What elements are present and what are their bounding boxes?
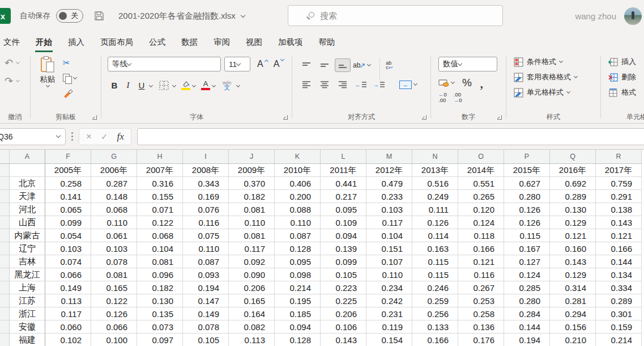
value-cell[interactable]: 0.104 bbox=[137, 242, 183, 255]
chevron-down-icon[interactable] bbox=[236, 83, 240, 87]
value-cell[interactable]: 0.185 bbox=[275, 307, 321, 320]
value-cell[interactable]: 0.370 bbox=[229, 177, 275, 190]
tab-数据[interactable]: 数据 bbox=[173, 32, 206, 52]
value-cell[interactable]: 0.194 bbox=[183, 281, 229, 294]
row-header[interactable] bbox=[0, 255, 10, 268]
tab-页面布局[interactable]: 页面布局 bbox=[92, 32, 141, 52]
value-cell[interactable]: 0.127 bbox=[504, 255, 550, 268]
row-header[interactable] bbox=[0, 334, 10, 346]
copy-button[interactable] bbox=[63, 73, 76, 83]
value-cell[interactable]: 0.099 bbox=[321, 255, 366, 268]
value-cell[interactable]: 0.095 bbox=[321, 203, 366, 216]
column-header-A[interactable]: A bbox=[10, 150, 45, 164]
row-header[interactable] bbox=[0, 320, 10, 334]
value-cell[interactable]: 0.160 bbox=[550, 242, 596, 255]
province-cell[interactable]: 黑龙江 bbox=[10, 268, 45, 281]
value-cell[interactable]: 0.147 bbox=[183, 294, 229, 307]
accounting-format-button[interactable] bbox=[438, 79, 454, 87]
value-cell[interactable]: 0.113 bbox=[45, 294, 91, 307]
value-cell[interactable]: 0.214 bbox=[596, 334, 642, 346]
number-format-combo[interactable]: 数值 bbox=[438, 57, 497, 71]
row-header[interactable] bbox=[0, 216, 10, 229]
value-cell[interactable]: 0.289 bbox=[550, 190, 596, 203]
value-cell[interactable]: 0.167 bbox=[504, 242, 550, 255]
chevron-down-icon[interactable] bbox=[212, 83, 216, 87]
formula-input[interactable] bbox=[137, 128, 644, 145]
value-cell[interactable]: 0.316 bbox=[137, 177, 183, 190]
value-cell[interactable]: 0.071 bbox=[137, 203, 183, 216]
name-box[interactable]: Q36 bbox=[0, 128, 66, 145]
value-cell[interactable]: 0.231 bbox=[366, 307, 412, 320]
value-cell[interactable]: 0.285 bbox=[504, 281, 550, 294]
row-header[interactable] bbox=[0, 164, 10, 177]
value-cell[interactable]: 0.119 bbox=[366, 320, 412, 334]
value-cell[interactable]: 0.074 bbox=[45, 255, 91, 268]
value-cell[interactable]: 0.166 bbox=[412, 334, 458, 346]
value-cell[interactable]: 0.092 bbox=[229, 255, 275, 268]
value-cell[interactable]: 0.294 bbox=[550, 307, 596, 320]
paste-button[interactable]: 粘贴 bbox=[32, 56, 63, 112]
chevron-down-icon[interactable] bbox=[149, 83, 153, 87]
year-cell[interactable]: 2017年 bbox=[596, 164, 642, 177]
value-cell[interactable]: 0.102 bbox=[45, 334, 91, 346]
value-cell[interactable]: 0.169 bbox=[183, 190, 229, 203]
value-cell[interactable]: 0.441 bbox=[321, 177, 366, 190]
value-cell[interactable]: 0.066 bbox=[91, 320, 137, 334]
value-cell[interactable]: 0.078 bbox=[91, 255, 137, 268]
column-header-H[interactable]: H bbox=[137, 150, 183, 164]
value-cell[interactable]: 0.225 bbox=[321, 294, 366, 307]
format-as-table-button[interactable]: 套用表格格式 bbox=[514, 71, 598, 83]
value-cell[interactable]: 0.081 bbox=[229, 203, 275, 216]
year-cell[interactable]: 2008年 bbox=[183, 164, 229, 177]
tab-加载项[interactable]: 加载项 bbox=[270, 32, 311, 52]
province-cell[interactable]: 安徽 bbox=[10, 320, 45, 334]
bottom-align-button[interactable] bbox=[335, 58, 351, 72]
value-cell[interactable]: 0.258 bbox=[45, 177, 91, 190]
tab-插入[interactable]: 插入 bbox=[60, 32, 92, 52]
excel-app-icon[interactable]: x bbox=[0, 8, 11, 24]
value-cell[interactable]: 0.103 bbox=[91, 242, 137, 255]
decrease-indent-button[interactable]: ← bbox=[353, 78, 369, 91]
orientation-button[interactable]: ab ↗ bbox=[353, 61, 365, 70]
value-cell[interactable]: 0.280 bbox=[504, 190, 550, 203]
cell-blank[interactable] bbox=[10, 164, 45, 177]
row-header[interactable] bbox=[0, 190, 10, 203]
formula-bar-handle[interactable] bbox=[71, 132, 73, 141]
column-header-O[interactable]: O bbox=[458, 150, 504, 164]
value-cell[interactable]: 0.144 bbox=[504, 320, 550, 334]
grow-font-button[interactable]: A bbox=[254, 59, 267, 69]
value-cell[interactable]: 0.141 bbox=[45, 190, 91, 203]
value-cell[interactable]: 0.121 bbox=[550, 229, 596, 242]
value-cell[interactable]: 0.117 bbox=[229, 242, 275, 255]
row-header[interactable] bbox=[0, 177, 10, 190]
value-cell[interactable]: 0.068 bbox=[91, 203, 137, 216]
value-cell[interactable]: 0.124 bbox=[504, 268, 550, 281]
select-all-corner[interactable] bbox=[0, 150, 10, 164]
borders-button[interactable] bbox=[157, 78, 170, 92]
value-cell[interactable]: 0.259 bbox=[412, 294, 458, 307]
province-cell[interactable]: 北京 bbox=[10, 177, 45, 190]
value-cell[interactable]: 0.097 bbox=[137, 334, 183, 346]
column-header-K[interactable]: K bbox=[275, 150, 321, 164]
value-cell[interactable]: 0.104 bbox=[366, 229, 412, 242]
value-cell[interactable]: 0.094 bbox=[275, 320, 321, 334]
value-cell[interactable]: 0.144 bbox=[596, 255, 642, 268]
value-cell[interactable]: 0.122 bbox=[91, 294, 137, 307]
chevron-down-icon[interactable] bbox=[367, 62, 371, 66]
province-cell[interactable]: 福建 bbox=[10, 334, 45, 346]
value-cell[interactable]: 0.126 bbox=[504, 216, 550, 229]
undo-button[interactable]: ↶ bbox=[5, 58, 28, 68]
font-name-combo[interactable]: 等线 bbox=[108, 57, 221, 71]
value-cell[interactable]: 0.126 bbox=[412, 216, 458, 229]
row-header[interactable] bbox=[0, 229, 10, 242]
cancel-icon[interactable]: × bbox=[86, 131, 92, 142]
tab-公式[interactable]: 公式 bbox=[141, 32, 173, 52]
value-cell[interactable]: 0.109 bbox=[321, 216, 366, 229]
document-title[interactable]: 2001-2020年各省金融指数.xlsx bbox=[118, 11, 245, 22]
value-cell[interactable]: 0.143 bbox=[596, 216, 642, 229]
value-cell[interactable]: 0.164 bbox=[229, 307, 275, 320]
year-cell[interactable]: 2013年 bbox=[412, 164, 458, 177]
row-header[interactable] bbox=[0, 307, 10, 320]
value-cell[interactable]: 0.087 bbox=[183, 255, 229, 268]
value-cell[interactable]: 0.165 bbox=[91, 281, 137, 294]
